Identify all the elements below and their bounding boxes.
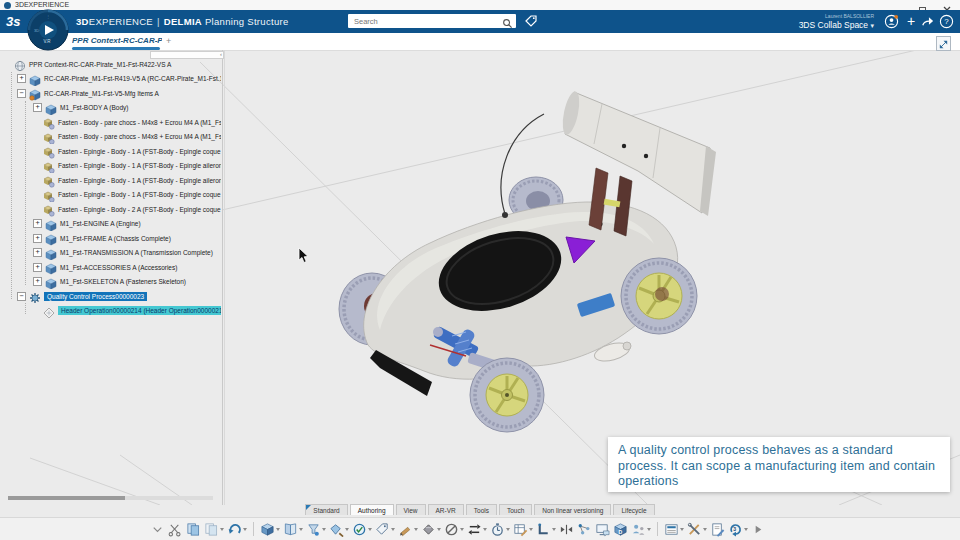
ribbon-tab-authoring[interactable]: Authoring <box>350 504 394 515</box>
expand-view-button[interactable] <box>936 36 951 51</box>
dropdown-caret-icon[interactable] <box>391 528 395 531</box>
dropdown-caret-icon[interactable] <box>460 528 464 531</box>
tree-item-label[interactable]: M1_Fst-ENGINE A (Engine) <box>60 220 141 227</box>
tag-icon[interactable] <box>524 14 538 32</box>
ribbon-tab-view[interactable]: View <box>396 504 426 515</box>
tree-item-label[interactable]: Fasten - Epingle - Body - 1 A (FST-Body … <box>58 162 221 169</box>
search-icon[interactable] <box>502 15 513 33</box>
tree-row[interactable]: Fasten - Epingle - Body - 1 A (FST-Body … <box>0 173 221 188</box>
tree-row[interactable]: Fasten - Epingle - Body - 1 A (FST-Body … <box>0 188 221 203</box>
tree-item-label[interactable]: RC-CAR-Pirate_M1-Fst-V5-Mfg Items A <box>44 90 159 97</box>
tree-item-label[interactable]: Fasten - Body - pare chocs - M4x8 + Ecro… <box>58 119 221 126</box>
tree-row[interactable]: +RC-CAR-Pirate_M1-Fst-R419-V5 A (RC-CAR-… <box>0 72 221 87</box>
new-tab-button[interactable]: + <box>166 36 171 46</box>
tree-row[interactable]: PPR Context-RC-CAR-Pirate_M1-Fst-R422-VS… <box>0 57 221 72</box>
rc-car-model[interactable] <box>339 90 716 432</box>
search-box[interactable] <box>348 14 516 28</box>
collapse-icon[interactable]: − <box>17 89 26 98</box>
edit-pencil-icon[interactable] <box>398 520 418 538</box>
add-icon[interactable]: + <box>903 14 919 30</box>
tree-horizontal-scrollbar[interactable] <box>8 496 213 500</box>
dropdown-caret-icon[interactable] <box>322 528 326 531</box>
edit-gem-icon[interactable] <box>329 520 349 538</box>
tree-row[interactable]: +M1_Fst-TRANSMISSION A (Transmission Com… <box>0 246 221 261</box>
collaborators-icon[interactable] <box>631 520 651 538</box>
copy-icon[interactable] <box>186 520 201 538</box>
expand-icon[interactable]: + <box>33 248 42 257</box>
dropdown-caret-icon[interactable] <box>529 528 533 531</box>
screen-message-icon[interactable] <box>595 520 610 538</box>
tree-item-label[interactable]: Fasten - Epingle - Body - 1 A (FST-Body … <box>58 191 221 198</box>
validate-icon[interactable] <box>352 520 372 538</box>
ribbon-tab-tools[interactable]: Tools <box>466 504 497 515</box>
tree-row[interactable]: +M1_Fst-FRAME A (Chassis Complete) <box>0 231 221 246</box>
tree-item-label[interactable]: Fasten - Body - pare chocs - M4x8 + Ecro… <box>58 133 221 140</box>
tree-row[interactable]: −RC-CAR-Pirate_M1-Fst-V5-Mfg Items A <box>0 86 221 101</box>
tree-item-label[interactable]: Fasten - Epingle - Body - 1 A (FST-Body … <box>58 177 221 184</box>
filter-icon[interactable] <box>306 520 326 538</box>
collab-space[interactable]: 3DS Collab Space <box>799 20 868 30</box>
dropdown-caret-icon[interactable] <box>703 528 707 531</box>
list-view-icon[interactable] <box>664 520 684 538</box>
route-icon[interactable] <box>536 520 556 538</box>
tree-row[interactable]: Fasten - Epingle - Body - 1 A (FST-Body … <box>0 144 221 159</box>
tree-row[interactable]: Fasten - Body - pare chocs - M4x8 + Ecro… <box>0 130 221 145</box>
swap-icon[interactable] <box>467 520 487 538</box>
dropdown-caret-icon[interactable] <box>243 528 247 531</box>
ribbon-tab-touch[interactable]: Touch <box>499 504 532 515</box>
doc-edit-icon[interactable] <box>710 520 725 538</box>
expand-icon[interactable]: + <box>33 234 42 243</box>
flow-icon[interactable] <box>577 520 592 538</box>
avatar[interactable] <box>884 14 900 30</box>
tree-row[interactable]: +M1_Fst-ACCESSORIES A (Accessories) <box>0 260 221 275</box>
tree-item-label[interactable]: PPR Context-RC-CAR-Pirate_M1-Fst-R422-VS… <box>29 61 171 68</box>
tree-row[interactable]: +M1_Fst-BODY A (Body) <box>0 101 221 116</box>
expand-icon[interactable]: + <box>33 103 42 112</box>
box-3d-icon[interactable]: D <box>613 520 628 538</box>
dropdown-caret-icon[interactable] <box>299 528 303 531</box>
collapse-icon[interactable]: − <box>17 292 26 301</box>
tools-edit-icon[interactable] <box>687 520 707 538</box>
help-icon[interactable]: ? <box>939 14 955 30</box>
new-product-icon[interactable] <box>260 520 280 538</box>
maximize-button[interactable] <box>911 0 933 10</box>
dropdown-caret-icon[interactable] <box>552 528 556 531</box>
tree-row[interactable]: −Quality Control Process00000023 <box>0 289 221 304</box>
toolbar-overflow-chevron-icon[interactable] <box>150 520 165 538</box>
open-catalog-icon[interactable] <box>283 520 303 538</box>
tree-item-label[interactable]: Fasten - Epingle - Body - 1 A (FST-Body … <box>58 148 221 155</box>
dropdown-caret-icon[interactable] <box>506 528 510 531</box>
deactivate-icon[interactable] <box>444 520 464 538</box>
ribbon-tab-standard[interactable]: Standard <box>305 504 347 515</box>
3ds-logo[interactable]: 3s <box>6 14 20 29</box>
expand-icon[interactable]: + <box>33 219 42 228</box>
dropdown-caret-icon[interactable] <box>345 528 349 531</box>
expand-icon[interactable]: + <box>17 74 26 83</box>
undo-icon[interactable] <box>227 520 247 538</box>
compare-icon[interactable] <box>559 520 574 538</box>
tree-item-label[interactable]: M1_Fst-BODY A (Body) <box>60 104 129 111</box>
ribbon-tab-ar-vr[interactable]: AR-VR <box>428 504 464 515</box>
tree-item-label[interactable]: M1_Fst-ACCESSORIES A (Accessories) <box>60 264 177 271</box>
dropdown-caret-icon[interactable] <box>647 528 651 531</box>
expand-icon[interactable]: + <box>33 277 42 286</box>
tree-row[interactable]: Header Operation00000214 (Header Operati… <box>0 304 221 319</box>
dropdown-caret-icon[interactable] <box>220 528 224 531</box>
cut-icon[interactable] <box>168 520 183 538</box>
recycle-3d-icon[interactable]: 3 <box>728 520 748 538</box>
dropdown-caret-icon[interactable] <box>368 528 372 531</box>
tree-row[interactable]: Fasten - Epingle - Body - 1 A (FST-Body … <box>0 159 221 174</box>
close-button[interactable] <box>936 0 958 10</box>
search-input[interactable] <box>348 14 502 28</box>
user-block[interactable]: Laurent BALSOLLIER 3DS Collab Space ▾ <box>724 12 874 30</box>
dropdown-caret-icon[interactable] <box>276 528 280 531</box>
toolbar-more-icon[interactable] <box>751 520 766 538</box>
dropdown-caret-icon[interactable] <box>744 528 748 531</box>
ribbon-tab-lifecycle[interactable]: Lifecycle <box>613 504 654 515</box>
dropdown-caret-icon[interactable] <box>414 528 418 531</box>
dropdown-caret-icon[interactable] <box>483 528 487 531</box>
time-analysis-icon[interactable] <box>490 520 510 538</box>
panel-divider[interactable] <box>222 50 223 505</box>
tree-item-label[interactable]: M1_Fst-SKELETON A (Fasteners Skeleton) <box>60 278 186 285</box>
tag-icon[interactable] <box>375 520 395 538</box>
